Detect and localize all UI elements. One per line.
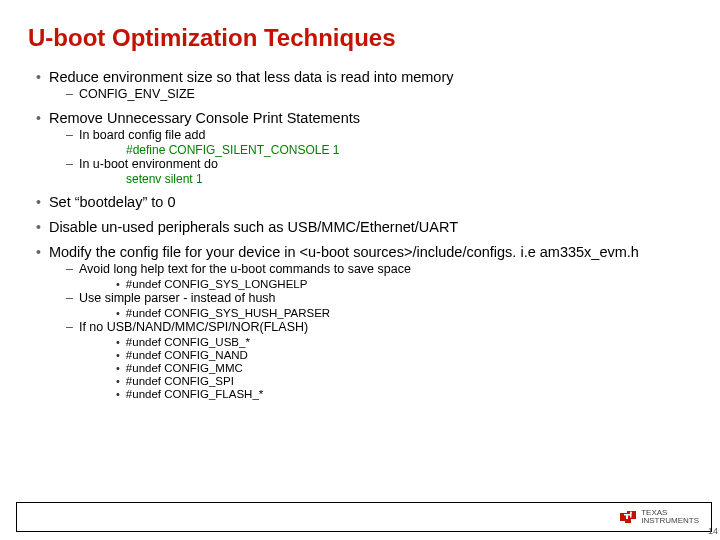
bullet-list-level2: – CONFIG_ENV_SIZE [36, 87, 692, 102]
dash-icon: – [66, 262, 73, 277]
sub-bullet-text: Avoid long help text for the u-boot comm… [79, 262, 411, 277]
bullet-list-level1: • Reduce environment size so that less d… [28, 68, 692, 401]
bullet-list-level3: • #undef CONFIG_SYS_HUSH_PARSER [66, 307, 692, 320]
code-line: setenv silent 1 [66, 172, 692, 186]
sub3-bullet-item: • #undef CONFIG_USB_* [116, 336, 692, 349]
bullet-text: Set “bootdelay” to 0 [49, 193, 176, 211]
bullet-dot-icon: • [116, 278, 120, 291]
bullet-dot-icon: • [116, 375, 120, 388]
sub3-bullet-item: • #undef CONFIG_NAND [116, 349, 692, 362]
bullet-item: • Reduce environment size so that less d… [36, 68, 692, 102]
sub-bullet-item: – In board config file add #define CONFI… [66, 128, 692, 157]
bullet-dot-icon: • [36, 218, 41, 236]
bullet-text: Modify the config file for your device i… [49, 243, 639, 261]
bullet-list-level2: – Avoid long help text for the u-boot co… [36, 262, 692, 401]
sub3-bullet-text: #undef CONFIG_SYS_HUSH_PARSER [126, 307, 330, 320]
footer-bar: TEXAS INSTRUMENTS [16, 502, 712, 532]
dash-icon: – [66, 87, 73, 102]
sub3-bullet-item: • #undef CONFIG_SYS_HUSH_PARSER [116, 307, 692, 320]
svg-point-3 [630, 512, 632, 514]
sub3-bullet-text: #undef CONFIG_SYS_LONGHELP [126, 278, 308, 291]
ti-text-line2: INSTRUMENTS [641, 517, 699, 525]
sub3-bullet-text: #undef CONFIG_FLASH_* [126, 388, 263, 401]
sub3-bullet-text: #undef CONFIG_MMC [126, 362, 243, 375]
sub3-bullet-item: • #undef CONFIG_SYS_LONGHELP [116, 278, 692, 291]
bullet-list-level3: • #undef CONFIG_USB_* • #undef CONFIG_NA… [66, 336, 692, 401]
sub3-bullet-item: • #undef CONFIG_SPI [116, 375, 692, 388]
sub-bullet-item: – If no USB/NAND/MMC/SPI/NOR(FLASH) • #u… [66, 320, 692, 401]
bullet-text: Disable un-used peripherals such as USB/… [49, 218, 458, 236]
bullet-item: • Disable un-used peripherals such as US… [36, 218, 692, 236]
bullet-dot-icon: • [36, 109, 41, 127]
bullet-text: Reduce environment size so that less dat… [49, 68, 454, 86]
sub3-bullet-item: • #undef CONFIG_MMC [116, 362, 692, 375]
ti-logo-text: TEXAS INSTRUMENTS [641, 509, 699, 525]
bullet-item: • Set “bootdelay” to 0 [36, 193, 692, 211]
ti-chip-icon [619, 510, 637, 524]
svg-rect-1 [624, 514, 630, 516]
sub3-bullet-text: #undef CONFIG_NAND [126, 349, 248, 362]
bullet-dot-icon: • [116, 336, 120, 349]
dash-icon: – [66, 128, 73, 143]
slide-title: U-boot Optimization Techniques [28, 24, 692, 52]
sub-bullet-text: In board config file add [79, 128, 205, 143]
sub3-bullet-text: #undef CONFIG_SPI [126, 375, 234, 388]
bullet-dot-icon: • [36, 68, 41, 86]
bullet-text: Remove Unnecessary Console Print Stateme… [49, 109, 360, 127]
bullet-dot-icon: • [116, 362, 120, 375]
bullet-dot-icon: • [36, 193, 41, 211]
sub3-bullet-text: #undef CONFIG_USB_* [126, 336, 250, 349]
code-line: #define CONFIG_SILENT_CONSOLE 1 [66, 143, 692, 157]
sub-bullet-item: – Use simple parser - instead of hush • … [66, 291, 692, 320]
sub-bullet-item: – Avoid long help text for the u-boot co… [66, 262, 692, 291]
bullet-item: • Modify the config file for your device… [36, 243, 692, 401]
sub-bullet-text: In u-boot environment do [79, 157, 218, 172]
bullet-item: • Remove Unnecessary Console Print State… [36, 109, 692, 186]
bullet-list-level2: – In board config file add #define CONFI… [36, 128, 692, 186]
sub3-bullet-item: • #undef CONFIG_FLASH_* [116, 388, 692, 401]
sub-bullet-item: – In u-boot environment do setenv silent… [66, 157, 692, 186]
slide-body: U-boot Optimization Techniques • Reduce … [0, 0, 720, 416]
page-number: 14 [708, 526, 718, 536]
sub-bullet-text: CONFIG_ENV_SIZE [79, 87, 195, 102]
dash-icon: – [66, 157, 73, 172]
bullet-dot-icon: • [116, 349, 120, 362]
ti-logo: TEXAS INSTRUMENTS [619, 509, 699, 525]
dash-icon: – [66, 291, 73, 306]
sub-bullet-item: – CONFIG_ENV_SIZE [66, 87, 692, 102]
sub-bullet-text: Use simple parser - instead of hush [79, 291, 276, 306]
bullet-dot-icon: • [36, 243, 41, 261]
sub-bullet-text: If no USB/NAND/MMC/SPI/NOR(FLASH) [79, 320, 308, 335]
bullet-dot-icon: • [116, 307, 120, 320]
dash-icon: – [66, 320, 73, 335]
bullet-list-level3: • #undef CONFIG_SYS_LONGHELP [66, 278, 692, 291]
bullet-dot-icon: • [116, 388, 120, 401]
